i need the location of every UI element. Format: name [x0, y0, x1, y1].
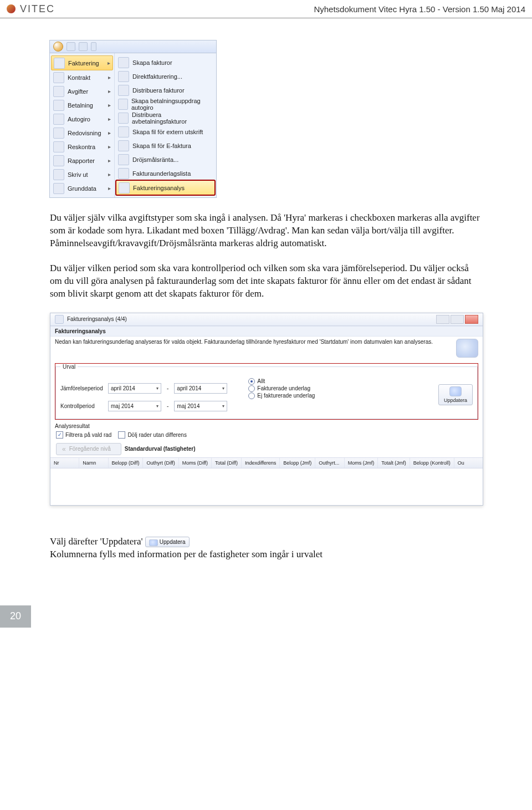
column-header[interactable]: Outhyrt...	[315, 458, 344, 468]
toolbar-dropdown-icon[interactable]	[91, 42, 96, 51]
grid-header: NrNamnBelopp (Diff)Outhyrt (Diff)Moms (D…	[50, 457, 483, 468]
menu-icon	[118, 126, 129, 137]
submenu-item[interactable]: Faktureringsanalys	[116, 180, 215, 195]
screenshot-menu: Fakturering▸Kontrakt▸Avgifter▸Betalning▸…	[50, 40, 216, 197]
submenu-item[interactable]: Dröjsmålsränta...	[116, 152, 215, 166]
column-header[interactable]: Nr	[50, 458, 79, 468]
vitec-logo-icon	[7, 4, 16, 13]
toolbar-icon[interactable]	[66, 42, 75, 51]
paragraph: Välj därefter 'Uppdatera' Uppdatera Kolu…	[50, 536, 482, 561]
radio-fakturerade[interactable]	[248, 385, 255, 392]
chevron-right-icon: ▸	[108, 74, 111, 80]
dialog-icon	[55, 315, 64, 324]
column-header[interactable]: Belopp (Diff)	[109, 458, 144, 468]
chevron-right-icon: ▸	[108, 171, 111, 177]
chevron-right-icon: ▸	[108, 116, 111, 122]
menu-icon	[53, 86, 64, 97]
fieldset-urval-label: Urval	[60, 364, 78, 370]
menu-icon	[53, 114, 64, 125]
column-header[interactable]: Outhyrt (Diff)	[143, 458, 178, 468]
help-text: Nedan kan faktureringsunderlag analysera…	[55, 339, 433, 345]
column-header[interactable]: Namn	[79, 458, 108, 468]
jfr-label: Jämförelseperiod	[60, 385, 104, 391]
radio-ej-fakturerade[interactable]	[248, 393, 255, 399]
chevron-right-icon: ▸	[108, 185, 111, 191]
submenu-item[interactable]: Skapa fil för E-faktura	[116, 139, 215, 152]
column-header[interactable]: Ou	[454, 458, 483, 468]
menu-item-autogiro[interactable]: Autogiro▸	[51, 112, 113, 126]
chevron-right-icon: ▸	[108, 157, 111, 164]
analysresultat-label: Analysresultat	[50, 422, 483, 429]
menu-item-reskontra[interactable]: Reskontra▸	[51, 140, 113, 154]
menu-icon	[54, 58, 65, 69]
menu-icon	[118, 71, 129, 82]
column-header[interactable]: Moms (Jmf)	[345, 458, 378, 468]
submenu-item[interactable]: Fakturaunderlagslista	[116, 166, 215, 180]
menu-item-redovisning[interactable]: Redovisning▸	[51, 126, 113, 140]
filtrera-checkbox[interactable]: ✓	[56, 431, 63, 439]
dialog-title: Faktureringsanalys (4/4)	[67, 316, 127, 322]
menu-item-avgifter[interactable]: Avgifter▸	[51, 84, 113, 98]
menu-icon	[53, 183, 64, 194]
menu-icon	[118, 99, 128, 110]
paragraph: Du väljer vilken period som ska vara kon…	[50, 262, 482, 300]
menu-icon	[53, 128, 64, 139]
menu-icon	[53, 100, 64, 111]
chevron-right-icon: ▸	[108, 88, 111, 94]
submenu-item[interactable]: Skapa fil för extern utskrift	[116, 125, 215, 139]
menu-icon	[53, 141, 64, 152]
menu-icon	[119, 182, 130, 193]
menu-icon	[118, 168, 129, 179]
uppdatera-button[interactable]: Uppdatera	[438, 384, 473, 405]
ktr-to-dropdown[interactable]: maj 2014▾	[174, 401, 227, 411]
ktr-from-dropdown[interactable]: maj 2014▾	[108, 401, 161, 411]
menu-item-grunddata[interactable]: Grunddata▸	[51, 181, 113, 195]
toolbar-icon[interactable]	[79, 42, 88, 51]
column-header[interactable]: Moms (Diff)	[179, 458, 212, 468]
menu-icon	[118, 140, 129, 151]
menu-item-fakturering[interactable]: Fakturering▸	[51, 55, 113, 70]
app-orb-icon[interactable]	[53, 42, 63, 52]
chevron-right-icon: ▸	[108, 144, 111, 150]
refresh-icon	[449, 386, 462, 396]
jfr-from-dropdown[interactable]: april 2014▾	[108, 383, 161, 394]
menu-item-rapporter[interactable]: Rapporter▸	[51, 154, 113, 167]
column-header[interactable]: Belopp (Kontroll)	[410, 458, 454, 468]
ktr-label: Kontrollperiod	[60, 403, 104, 409]
maximize-button[interactable]	[451, 315, 464, 324]
submenu-item[interactable]: Distribuera fakturor	[116, 83, 215, 97]
submenu-item[interactable]: Direktfakturering...	[116, 69, 215, 83]
doc-title: Nyhetsdokument Vitec Hyra 1.50 - Version…	[314, 4, 525, 14]
radio-allt[interactable]	[248, 378, 255, 385]
refresh-icon	[149, 539, 158, 546]
menu-icon	[118, 154, 129, 165]
menu-item-skriv-ut[interactable]: Skriv ut▸	[51, 167, 113, 181]
screenshot-dialog: Faktureringsanalys (4/4) Faktureringsana…	[50, 313, 483, 506]
submenu-item[interactable]: Skapa betalningsuppdrag autogiro	[116, 97, 215, 111]
page-number: 20	[0, 605, 31, 628]
menu-item-kontrakt[interactable]: Kontrakt▸	[51, 70, 113, 84]
help-icon	[456, 339, 478, 358]
dolj-checkbox[interactable]	[118, 431, 125, 439]
menu-icon	[53, 155, 64, 166]
close-button[interactable]	[465, 315, 478, 324]
submenu-item[interactable]: Distribuera avbetalningsfakturor	[116, 111, 215, 125]
column-header[interactable]: Total (Diff)	[212, 458, 242, 468]
section-header: Faktureringsanalys	[50, 326, 483, 337]
minimize-button[interactable]	[436, 315, 449, 324]
chevron-right-icon: ▸	[108, 102, 111, 108]
foregaende-niva-button[interactable]: «Föregående nivå	[56, 443, 121, 455]
paragraph: Du väljer själv vilka avgiftstyper som s…	[50, 212, 482, 250]
uppdatera-inline-button: Uppdatera	[145, 537, 190, 547]
brand-text: VITEC	[20, 3, 55, 15]
menu-item-betalning[interactable]: Betalning▸	[51, 98, 113, 112]
submenu-item[interactable]: Skapa fakturor	[116, 55, 215, 69]
grid-body	[50, 468, 483, 505]
menu-icon	[118, 113, 129, 124]
jfr-to-dropdown[interactable]: april 2014▾	[174, 383, 227, 394]
menu-icon	[118, 57, 129, 68]
column-header[interactable]: Indexdifferens	[242, 458, 280, 468]
column-header[interactable]: Totalt (Jmf)	[378, 458, 410, 468]
column-header[interactable]: Belopp (Jmf)	[280, 458, 315, 468]
chevron-right-icon: ▸	[108, 130, 111, 136]
